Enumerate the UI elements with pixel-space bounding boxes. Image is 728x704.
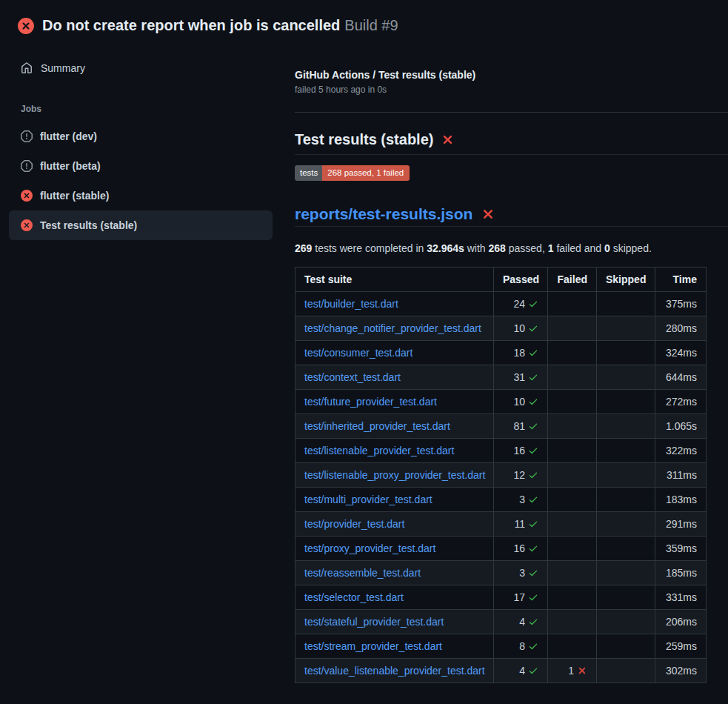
- failed-cell: [548, 414, 597, 439]
- check-icon: [528, 641, 538, 651]
- passed-cell: 3: [494, 488, 548, 512]
- test-suite-link[interactable]: test/selector_test.dart: [304, 591, 404, 603]
- check-icon: [528, 396, 538, 407]
- check-icon: [528, 494, 538, 505]
- sidebar-job-item[interactable]: Test results (stable): [9, 210, 273, 240]
- skipped-cell: [597, 414, 655, 439]
- test-suite-link[interactable]: test/listenable_proxy_provider_test.dart: [304, 469, 485, 481]
- table-row: test/inherited_provider_test.dart811.065…: [295, 414, 707, 439]
- check-icon: [528, 519, 538, 529]
- suite-cell: test/listenable_provider_test.dart: [295, 439, 494, 463]
- divider: [295, 112, 728, 113]
- test-suite-link[interactable]: test/provider_test.dart: [304, 518, 404, 530]
- x-icon: [441, 133, 455, 147]
- passed-cell: 10: [494, 316, 548, 341]
- passed-cell: 31: [494, 365, 548, 390]
- check-icon: [528, 494, 538, 505]
- time-cell: 322ms: [655, 439, 707, 463]
- time-cell: 331ms: [655, 585, 707, 610]
- skipped-cell: [597, 585, 655, 610]
- failed-count: 1: [548, 242, 554, 254]
- test-suite-link[interactable]: test/consumer_test.dart: [304, 347, 413, 359]
- sidebar-job-item[interactable]: flutter (beta): [9, 151, 273, 181]
- failed-cell: 1: [548, 659, 597, 683]
- build-number: Build #9: [344, 17, 398, 33]
- skipped-cell: [597, 659, 655, 683]
- suite-cell: test/provider_test.dart: [295, 512, 494, 537]
- job-item-label: flutter (stable): [40, 190, 109, 202]
- test-suite-link[interactable]: test/inherited_provider_test.dart: [304, 420, 450, 432]
- skipped-count: 0: [604, 242, 610, 254]
- column-header-passed: Passed: [494, 268, 548, 292]
- check-icon: [528, 568, 538, 578]
- time-cell: 183ms: [655, 488, 707, 512]
- check-icon: [528, 372, 538, 382]
- check-icon: [528, 665, 538, 676]
- passed-cell: 4: [494, 610, 548, 634]
- passed-cell: 11: [494, 512, 548, 537]
- test-suite-link[interactable]: test/builder_test.dart: [304, 298, 398, 310]
- suite-cell: test/multi_provider_test.dart: [295, 488, 494, 512]
- sidebar-job-item[interactable]: flutter (dev): [9, 122, 273, 151]
- suite-cell: test/context_test.dart: [295, 365, 494, 390]
- check-icon: [528, 617, 538, 627]
- time-cell: 359ms: [655, 537, 707, 561]
- test-suite-link[interactable]: test/future_provider_test.dart: [304, 396, 437, 408]
- skipped-cell: [597, 488, 655, 512]
- time-cell: 1.065s: [655, 414, 707, 439]
- check-icon: [528, 348, 538, 358]
- time-cell: 206ms: [655, 610, 707, 634]
- failed-cell: [548, 512, 597, 537]
- check-icon: [528, 543, 538, 554]
- suite-cell: test/selector_test.dart: [295, 585, 494, 610]
- summary-line: 269 tests were completed in 32.964s with…: [295, 242, 728, 255]
- test-suite-link[interactable]: test/context_test.dart: [304, 371, 401, 383]
- test-suite-link[interactable]: test/reassemble_test.dart: [304, 567, 421, 579]
- badge-label: tests: [295, 165, 322, 181]
- job-list: flutter (dev)flutter (beta)flutter (stab…: [0, 122, 281, 240]
- failed-cell: [548, 463, 597, 488]
- passed-cell: 10: [494, 390, 548, 414]
- total-count: 269: [295, 242, 312, 254]
- time-cell: 644ms: [655, 365, 707, 390]
- test-suite-link[interactable]: test/proxy_provider_test.dart: [304, 542, 435, 554]
- check-icon: [528, 299, 538, 309]
- table-row: test/proxy_provider_test.dart16359ms: [295, 537, 707, 561]
- failed-cell: [548, 488, 597, 512]
- sidebar-job-item[interactable]: flutter (stable): [9, 181, 273, 210]
- passed-cell: 24: [494, 292, 548, 316]
- check-icon: [528, 617, 538, 627]
- passed-cell: 3: [494, 561, 548, 585]
- check-icon: [528, 421, 538, 431]
- test-suite-link[interactable]: test/stateful_provider_test.dart: [304, 616, 444, 628]
- check-icon: [528, 323, 538, 333]
- time-cell: 302ms: [655, 659, 707, 683]
- check-icon: [528, 372, 538, 382]
- failed-cell: [548, 561, 597, 585]
- failed-cell: [548, 390, 597, 414]
- x-icon: [577, 665, 587, 676]
- page-title: Do not create report when job is cancell…: [42, 17, 398, 34]
- failed-cell: [548, 610, 597, 634]
- test-suite-link[interactable]: test/stream_provider_test.dart: [304, 640, 442, 652]
- check-icon: [528, 641, 538, 651]
- passed-cell: 8: [494, 634, 548, 659]
- test-suite-link[interactable]: test/value_listenable_provider_test.dart: [304, 665, 485, 677]
- test-suite-link[interactable]: test/change_notifier_provider_test.dart: [304, 322, 481, 334]
- suite-cell: test/proxy_provider_test.dart: [295, 537, 494, 561]
- check-run-breadcrumb: GitHub Actions / Test results (stable): [295, 68, 728, 82]
- table-row: test/listenable_provider_test.dart16322m…: [295, 439, 707, 463]
- report-file-link[interactable]: reports/test-results.json: [295, 205, 472, 224]
- x-icon: [481, 207, 495, 222]
- suite-cell: test/stream_provider_test.dart: [295, 634, 494, 659]
- section-heading: Test results (stable): [295, 130, 728, 155]
- test-suite-link[interactable]: test/multi_provider_test.dart: [304, 494, 433, 505]
- sidebar: Summary Jobs flutter (dev)flutter (beta)…: [0, 44, 281, 240]
- test-suite-link[interactable]: test/listenable_provider_test.dart: [304, 445, 454, 456]
- skipped-cell: [597, 316, 655, 341]
- sidebar-item-summary[interactable]: Summary: [0, 56, 281, 80]
- duration: 32.964s: [427, 242, 464, 254]
- skipped-cell: [597, 561, 655, 585]
- check-icon: [528, 421, 538, 431]
- failed-cell: [548, 537, 597, 561]
